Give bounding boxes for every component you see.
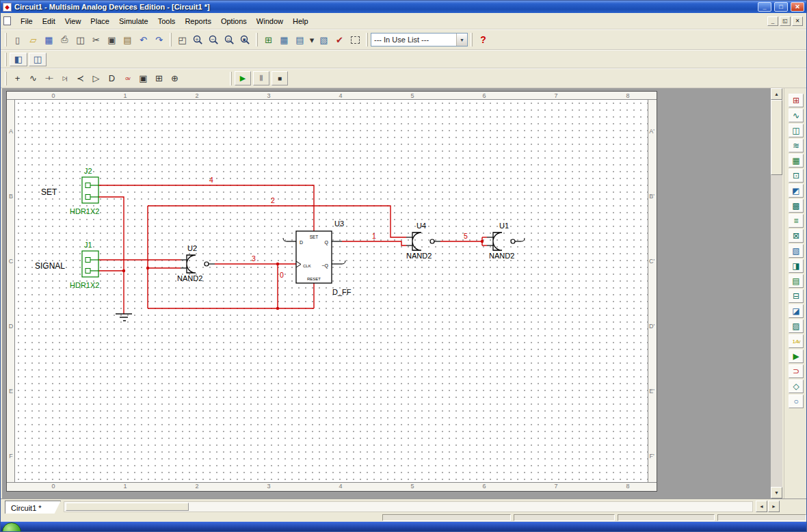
zoom-fit-button[interactable]: ▪ <box>237 32 253 47</box>
part-label[interactable]: D_FF <box>332 288 352 296</box>
palette-sources-button[interactable]: ⊞ <box>789 94 804 107</box>
refdes-label[interactable]: U1 <box>499 222 509 230</box>
place-capacitor-button[interactable]: ⊣⊢ <box>41 71 57 86</box>
save-button[interactable]: ▦ <box>41 32 57 47</box>
scroll-left-button[interactable]: ◄ <box>756 501 767 512</box>
vertical-scroll-thumb[interactable] <box>771 100 782 175</box>
mdi-minimize-button[interactable]: _ <box>767 16 778 26</box>
tab-circuit1[interactable]: Circuit1 * <box>5 501 61 514</box>
zoom-out-button[interactable]: − <box>206 32 222 47</box>
palette-mcu-button[interactable]: ▨ <box>789 319 804 333</box>
palette-analog-devices-button[interactable]: 1.4v <box>789 334 804 348</box>
edit-region-button[interactable] <box>347 32 363 47</box>
palette-transistors-button[interactable]: ≋ <box>789 139 804 152</box>
open-file-button[interactable]: ▱ <box>25 32 41 47</box>
stop-button[interactable]: ■ <box>272 71 288 85</box>
part-label[interactable]: HDR1X2 <box>70 207 99 215</box>
refdes-label[interactable]: U2 <box>187 244 197 252</box>
palette-electromech-button[interactable]: ◪ <box>789 304 804 318</box>
part-label[interactable]: NAND2 <box>177 274 202 282</box>
palette-gate-button[interactable]: ⊃ <box>789 364 804 378</box>
design-toolbox-button[interactable]: ⊞ <box>261 32 276 47</box>
palette-misc-button[interactable]: ◨ <box>789 259 804 273</box>
place-measurement-button[interactable]: ov <box>120 71 135 86</box>
refdes-label[interactable]: U3 <box>334 220 344 228</box>
vertical-scrollbar[interactable]: ▲ ▼ <box>771 88 782 498</box>
text-label[interactable]: SIGNAL <box>35 261 65 271</box>
menu-options[interactable]: Options <box>216 15 252 27</box>
palette-bus-button[interactable]: ○ <box>789 395 804 408</box>
horizontal-scrollbar[interactable] <box>64 501 753 512</box>
connector-j1[interactable] <box>82 251 98 277</box>
wire[interactable] <box>98 197 124 314</box>
part-label[interactable]: NAND2 <box>406 252 432 260</box>
connector-j2[interactable] <box>82 177 98 203</box>
place-ttl-button[interactable]: D <box>104 71 120 86</box>
palette-rf-button[interactable]: ⊟ <box>789 289 804 303</box>
palette-basic-button[interactable]: ∿ <box>789 109 804 122</box>
place-3d-button[interactable]: ⊕ <box>167 71 183 86</box>
new-file-button[interactable]: ▯ <box>10 32 25 47</box>
menu-tools[interactable]: Tools <box>153 15 181 27</box>
sheet[interactable]: 012345678012345678ABCDEFA'B'C'D'E'F'J2HD… <box>6 91 657 492</box>
design-toolbox-toggle-button[interactable]: ◧ <box>10 53 27 66</box>
palette-ladder-button[interactable]: ▶ <box>789 349 804 363</box>
scroll-down-button[interactable]: ▼ <box>771 487 782 498</box>
part-label[interactable]: NAND2 <box>489 252 514 260</box>
in-use-list-combo[interactable]: --- In Use List --- ▼ <box>371 33 468 46</box>
undo-button[interactable]: ↶ <box>135 32 151 47</box>
mdi-close-button[interactable]: ✕ <box>792 16 803 26</box>
maximize-button[interactable]: □ <box>774 2 788 12</box>
start-button[interactable] <box>2 522 21 532</box>
gate-u4[interactable] <box>406 232 440 250</box>
place-source-button[interactable]: + <box>10 71 25 86</box>
part-label[interactable]: HDR1X2 <box>70 281 99 289</box>
menu-help[interactable]: Help <box>288 15 313 27</box>
palette-mixed-button[interactable]: ≡ <box>789 214 804 228</box>
net-number-label[interactable]: 4 <box>209 176 213 184</box>
pause-button[interactable]: Ⅱ <box>253 71 269 85</box>
refdes-label[interactable]: U4 <box>416 222 426 230</box>
net-number-label[interactable]: 3 <box>252 254 256 263</box>
taskbar[interactable] <box>1 522 806 532</box>
palette-hierarchy-button[interactable]: ◇ <box>789 380 804 393</box>
place-basic-button[interactable]: ∿ <box>25 71 41 86</box>
palette-cmos-button[interactable]: ◩ <box>789 184 804 198</box>
net-number-label[interactable]: 5 <box>464 232 468 240</box>
palette-indicators-button[interactable]: ⊠ <box>789 229 804 243</box>
ground-symbol[interactable] <box>116 314 132 321</box>
zoom-in-button[interactable]: + <box>190 32 206 47</box>
database-dropdown-button[interactable]: ▾ <box>308 32 316 47</box>
menu-file[interactable]: File <box>16 15 38 27</box>
text-label[interactable]: SET <box>41 187 57 197</box>
paste-button[interactable]: ▤ <box>120 32 135 47</box>
gate-u2[interactable] <box>181 255 215 273</box>
place-misc-button[interactable]: ▣ <box>135 71 151 86</box>
menu-edit[interactable]: Edit <box>38 15 60 27</box>
menu-simulate[interactable]: Simulate <box>114 15 153 27</box>
wire[interactable] <box>342 241 406 245</box>
gate-u1[interactable] <box>487 232 525 250</box>
wire[interactable] <box>148 206 406 237</box>
place-analog-button[interactable]: ▷ <box>88 71 104 86</box>
refdes-label[interactable]: J1 <box>84 241 92 249</box>
redo-button[interactable]: ↷ <box>151 32 167 47</box>
minimize-button[interactable]: _ <box>758 2 771 12</box>
run-button[interactable]: ▶ <box>235 71 251 85</box>
print-button[interactable]: ⎙ <box>57 32 72 47</box>
place-transistor-button[interactable]: ≺ <box>72 71 88 86</box>
menu-reports[interactable]: Reports <box>180 15 216 27</box>
mdi-restore-button[interactable]: ◱ <box>780 16 791 26</box>
close-button[interactable]: ✕ <box>791 2 804 12</box>
scroll-right-button[interactable]: ► <box>768 501 780 512</box>
menu-view[interactable]: View <box>60 15 86 27</box>
print-preview-button[interactable]: ◫ <box>72 32 88 47</box>
postprocessor-button[interactable]: ✔ <box>332 32 347 47</box>
palette-diodes-button[interactable]: ◫ <box>789 124 804 137</box>
place-diode-button[interactable]: ▷| <box>57 71 72 86</box>
cut-button[interactable]: ✂ <box>88 32 104 47</box>
palette-ttl-button[interactable]: ⊡ <box>789 169 804 183</box>
palette-analog-button[interactable]: ▦ <box>789 154 804 168</box>
palette-peripherals-button[interactable]: ▤ <box>789 274 804 288</box>
net-number-label[interactable]: 0 <box>280 271 284 279</box>
